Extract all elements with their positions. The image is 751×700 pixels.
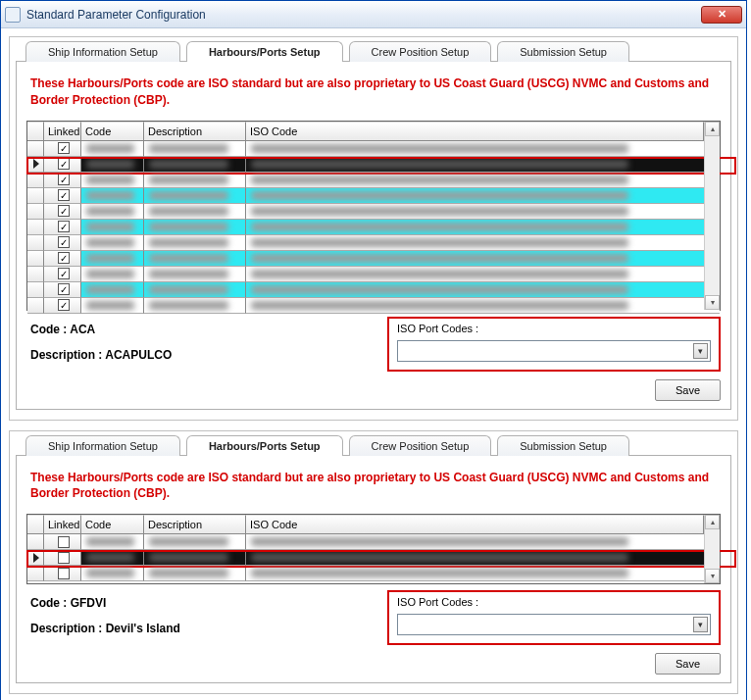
row-selector-cell[interactable] <box>27 566 44 581</box>
row-selector-cell[interactable] <box>27 220 44 235</box>
header-description[interactable]: Description <box>144 122 246 140</box>
panel-top: Ship Information Setup Harbours/Ports Se… <box>9 36 738 421</box>
header-linked[interactable]: Linked <box>44 122 81 140</box>
table-row[interactable]: ✓ <box>27 251 720 267</box>
header-code[interactable]: Code <box>81 122 144 140</box>
header-linked[interactable]: Linked <box>44 515 81 533</box>
scroll-down-icon[interactable]: ▾ <box>705 569 720 583</box>
table-row[interactable]: ✓ <box>27 282 720 298</box>
code-cell <box>81 550 144 566</box>
linked-cell[interactable]: ✓ <box>44 157 81 173</box>
window-close-button[interactable]: ✕ <box>701 6 742 24</box>
linked-cell[interactable]: ✓ <box>44 251 81 267</box>
tab-crew-position[interactable]: Crew Position Setup <box>349 435 492 456</box>
iso-cell <box>246 235 720 251</box>
linked-cell[interactable] <box>44 566 81 581</box>
scroll-up-icon[interactable]: ▴ <box>705 122 720 136</box>
row-selector-cell[interactable] <box>27 235 44 251</box>
table-row[interactable]: ✓ <box>27 220 720 235</box>
linked-checkbox[interactable]: ✓ <box>58 174 70 185</box>
linked-cell[interactable]: ✓ <box>44 173 81 188</box>
tab-ship-info[interactable]: Ship Information Setup <box>25 41 180 62</box>
linked-checkbox[interactable]: ✓ <box>58 205 70 217</box>
row-selector-cell[interactable] <box>27 204 44 220</box>
header-code[interactable]: Code <box>81 515 144 533</box>
linked-cell[interactable]: ✓ <box>44 298 81 314</box>
row-pointer-icon <box>33 553 39 563</box>
desc-cell <box>144 251 246 267</box>
linked-checkbox[interactable]: ✓ <box>58 189 70 201</box>
vertical-scrollbar[interactable]: ▴ ▾ <box>704 515 720 583</box>
linked-cell[interactable]: ✓ <box>44 141 81 157</box>
table-row[interactable]: ✓ <box>27 235 720 251</box>
table-row[interactable] <box>27 566 720 581</box>
row-selector-cell[interactable] <box>27 251 44 267</box>
linked-checkbox[interactable] <box>58 552 70 564</box>
data-grid-bottom[interactable]: Linked Code Description ISO Code ▴ ▾ <box>26 514 721 584</box>
scroll-up-icon[interactable]: ▴ <box>705 515 720 529</box>
linked-cell[interactable]: ✓ <box>44 235 81 251</box>
row-selector-cell[interactable] <box>27 157 44 173</box>
header-iso-code[interactable]: ISO Code <box>246 515 704 533</box>
tab-ship-info[interactable]: Ship Information Setup <box>25 435 180 456</box>
row-selector-cell[interactable] <box>27 534 44 550</box>
save-button[interactable]: Save <box>655 653 721 675</box>
code-value: GFDVI <box>71 596 107 610</box>
desc-cell <box>144 157 246 173</box>
dropdown-icon[interactable] <box>693 617 708 632</box>
desc-cell <box>144 267 246 282</box>
scroll-down-icon[interactable]: ▾ <box>705 295 720 310</box>
linked-checkbox[interactable]: ✓ <box>58 252 70 264</box>
iso-cell <box>246 188 720 204</box>
linked-cell[interactable]: ✓ <box>44 204 81 220</box>
vertical-scrollbar[interactable]: ▴ ▾ <box>704 122 720 310</box>
tab-crew-position[interactable]: Crew Position Setup <box>349 41 492 62</box>
linked-checkbox[interactable]: ✓ <box>58 221 70 232</box>
dropdown-icon[interactable] <box>693 343 708 359</box>
linked-checkbox[interactable]: ✓ <box>58 283 70 295</box>
table-row[interactable]: ✓ <box>27 141 720 157</box>
header-iso-code[interactable]: ISO Code <box>246 122 704 140</box>
linked-cell[interactable] <box>44 550 81 566</box>
iso-port-codes-dropdown[interactable] <box>397 340 711 362</box>
tab-harbours-ports[interactable]: Harbours/Ports Setup <box>186 41 343 62</box>
linked-cell[interactable]: ✓ <box>44 282 81 298</box>
row-selector-cell[interactable] <box>27 550 44 566</box>
tab-submission[interactable]: Submission Setup <box>497 41 629 62</box>
row-selector-cell[interactable] <box>27 173 44 188</box>
iso-cell <box>246 566 720 581</box>
iso-cell <box>246 220 720 235</box>
table-row[interactable]: ✓ <box>27 267 720 282</box>
linked-checkbox[interactable]: ✓ <box>58 142 70 154</box>
table-row[interactable]: ✓ <box>27 157 720 173</box>
header-description[interactable]: Description <box>144 515 246 533</box>
linked-checkbox[interactable]: ✓ <box>58 299 70 311</box>
row-selector-cell[interactable] <box>27 298 44 314</box>
linked-checkbox[interactable] <box>58 536 70 548</box>
linked-checkbox[interactable]: ✓ <box>58 158 70 170</box>
table-row[interactable] <box>27 550 720 566</box>
table-row[interactable] <box>27 534 720 550</box>
linked-cell[interactable]: ✓ <box>44 220 81 235</box>
row-selector-cell[interactable] <box>27 141 44 157</box>
linked-checkbox[interactable]: ✓ <box>58 268 70 279</box>
linked-checkbox[interactable]: ✓ <box>58 236 70 248</box>
linked-cell[interactable] <box>44 534 81 550</box>
table-row[interactable]: ✓ <box>27 298 720 314</box>
table-row[interactable]: ✓ <box>27 188 720 204</box>
row-selector-cell[interactable] <box>27 267 44 282</box>
linked-cell[interactable]: ✓ <box>44 188 81 204</box>
row-selector-cell[interactable] <box>27 188 44 204</box>
data-grid-top[interactable]: Linked Code Description ISO Code ✓✓✓✓✓✓✓… <box>26 121 721 311</box>
tab-harbours-ports[interactable]: Harbours/Ports Setup <box>186 435 343 456</box>
save-button[interactable]: Save <box>655 379 721 401</box>
table-row[interactable]: ✓ <box>27 173 720 188</box>
linked-checkbox[interactable] <box>58 568 70 579</box>
code-label: Code : <box>30 596 67 610</box>
row-selector-cell[interactable] <box>27 282 44 298</box>
table-row[interactable]: ✓ <box>27 204 720 220</box>
linked-cell[interactable]: ✓ <box>44 267 81 282</box>
desc-cell <box>144 220 246 235</box>
tab-submission[interactable]: Submission Setup <box>497 435 629 456</box>
iso-port-codes-dropdown[interactable] <box>397 614 711 635</box>
